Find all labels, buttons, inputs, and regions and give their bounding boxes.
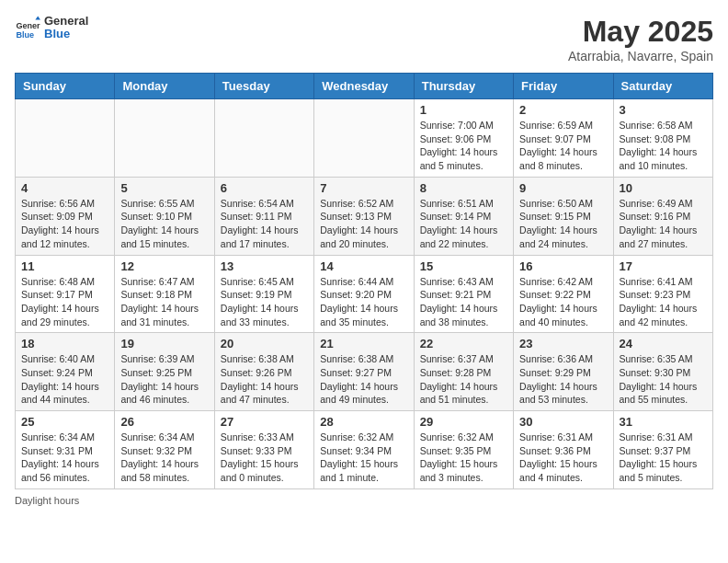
calendar-week-row: 25Sunrise: 6:34 AM Sunset: 9:31 PM Dayli… (16, 411, 713, 489)
calendar-cell: 24Sunrise: 6:35 AM Sunset: 9:30 PM Dayli… (613, 333, 712, 411)
day-number: 18 (21, 337, 108, 350)
calendar-week-row: 1Sunrise: 7:00 AM Sunset: 9:06 PM Daylig… (16, 99, 713, 178)
calendar-cell: 30Sunrise: 6:31 AM Sunset: 9:36 PM Dayli… (514, 411, 613, 489)
calendar-cell: 31Sunrise: 6:31 AM Sunset: 9:37 PM Dayli… (613, 411, 712, 489)
calendar-cell: 14Sunrise: 6:44 AM Sunset: 9:20 PM Dayli… (314, 255, 414, 333)
logo-blue: Blue (44, 28, 88, 40)
day-info: Sunrise: 6:34 AM Sunset: 9:31 PM Dayligh… (21, 431, 108, 485)
day-number: 7 (320, 181, 407, 195)
day-info: Sunrise: 6:52 AM Sunset: 9:13 PM Dayligh… (320, 197, 407, 251)
day-number: 10 (620, 181, 707, 195)
day-info: Sunrise: 6:55 AM Sunset: 9:10 PM Dayligh… (120, 197, 208, 251)
day-number: 19 (120, 337, 208, 350)
calendar-cell: 13Sunrise: 6:45 AM Sunset: 9:19 PM Dayli… (214, 255, 313, 333)
day-number: 14 (320, 259, 407, 273)
days-of-week-row: SundayMondayTuesdayWednesdayThursdayFrid… (16, 74, 713, 99)
calendar-cell: 20Sunrise: 6:38 AM Sunset: 9:26 PM Dayli… (214, 333, 313, 411)
day-info: Sunrise: 6:58 AM Sunset: 9:08 PM Dayligh… (620, 119, 707, 173)
day-info: Sunrise: 6:36 AM Sunset: 9:29 PM Dayligh… (519, 352, 607, 407)
day-number: 5 (120, 181, 208, 195)
day-info: Sunrise: 6:35 AM Sunset: 9:30 PM Dayligh… (620, 352, 707, 407)
calendar-cell: 16Sunrise: 6:42 AM Sunset: 9:22 PM Dayli… (514, 255, 613, 333)
footer-note: Daylight hours (15, 495, 713, 506)
day-number: 27 (221, 415, 308, 429)
calendar-cell: 7Sunrise: 6:52 AM Sunset: 9:13 PM Daylig… (314, 177, 414, 255)
calendar-cell: 21Sunrise: 6:38 AM Sunset: 9:27 PM Dayli… (314, 333, 414, 411)
day-number: 17 (620, 259, 707, 273)
day-info: Sunrise: 6:59 AM Sunset: 9:07 PM Dayligh… (519, 119, 607, 173)
day-number: 25 (21, 415, 108, 429)
logo: General Blue General Blue (15, 15, 88, 41)
calendar-cell: 17Sunrise: 6:41 AM Sunset: 9:23 PM Dayli… (613, 255, 712, 333)
day-info: Sunrise: 6:50 AM Sunset: 9:15 PM Dayligh… (519, 197, 607, 251)
calendar-cell (214, 99, 313, 178)
day-info: Sunrise: 6:48 AM Sunset: 9:17 PM Dayligh… (21, 275, 108, 329)
day-of-week-header: Friday (514, 74, 613, 99)
calendar-cell: 8Sunrise: 6:51 AM Sunset: 9:14 PM Daylig… (414, 177, 513, 255)
calendar-cell: 6Sunrise: 6:54 AM Sunset: 9:11 PM Daylig… (214, 177, 313, 255)
calendar-cell: 22Sunrise: 6:37 AM Sunset: 9:28 PM Dayli… (414, 333, 513, 411)
day-number: 9 (519, 181, 607, 195)
day-info: Sunrise: 6:38 AM Sunset: 9:26 PM Dayligh… (221, 352, 308, 407)
calendar-cell (314, 99, 414, 178)
calendar-cell: 26Sunrise: 6:34 AM Sunset: 9:32 PM Dayli… (115, 411, 214, 489)
svg-text:Blue: Blue (16, 30, 34, 40)
day-info: Sunrise: 6:39 AM Sunset: 9:25 PM Dayligh… (120, 352, 208, 407)
calendar-cell: 23Sunrise: 6:36 AM Sunset: 9:29 PM Dayli… (514, 333, 613, 411)
calendar-cell: 11Sunrise: 6:48 AM Sunset: 9:17 PM Dayli… (16, 255, 115, 333)
calendar-cell: 18Sunrise: 6:40 AM Sunset: 9:24 PM Dayli… (16, 333, 115, 411)
day-of-week-header: Thursday (414, 74, 513, 99)
day-info: Sunrise: 6:56 AM Sunset: 9:09 PM Dayligh… (21, 197, 108, 251)
calendar-body: 1Sunrise: 7:00 AM Sunset: 9:06 PM Daylig… (16, 99, 713, 489)
day-info: Sunrise: 6:32 AM Sunset: 9:34 PM Dayligh… (320, 431, 407, 485)
day-info: Sunrise: 6:40 AM Sunset: 9:24 PM Dayligh… (21, 352, 108, 407)
day-of-week-header: Saturday (613, 74, 712, 99)
day-info: Sunrise: 6:41 AM Sunset: 9:23 PM Dayligh… (620, 275, 707, 329)
day-info: Sunrise: 6:38 AM Sunset: 9:27 PM Dayligh… (320, 352, 407, 407)
calendar-week-row: 4Sunrise: 6:56 AM Sunset: 9:09 PM Daylig… (16, 177, 713, 255)
day-number: 6 (221, 181, 308, 195)
logo-general: General (44, 15, 88, 28)
calendar-cell: 15Sunrise: 6:43 AM Sunset: 9:21 PM Dayli… (414, 255, 513, 333)
day-of-week-header: Tuesday (214, 74, 313, 99)
day-info: Sunrise: 6:37 AM Sunset: 9:28 PM Dayligh… (420, 352, 507, 407)
day-info: Sunrise: 6:33 AM Sunset: 9:33 PM Dayligh… (221, 431, 308, 485)
calendar-cell: 9Sunrise: 6:50 AM Sunset: 9:15 PM Daylig… (514, 177, 613, 255)
day-number: 16 (519, 259, 607, 273)
day-info: Sunrise: 6:43 AM Sunset: 9:21 PM Dayligh… (420, 275, 507, 329)
day-number: 20 (221, 337, 308, 350)
day-info: Sunrise: 6:42 AM Sunset: 9:22 PM Dayligh… (519, 275, 607, 329)
calendar-cell: 1Sunrise: 7:00 AM Sunset: 9:06 PM Daylig… (414, 99, 513, 178)
day-number: 15 (420, 259, 507, 273)
location: Atarrabia, Navarre, Spain (568, 49, 713, 63)
day-info: Sunrise: 6:47 AM Sunset: 9:18 PM Dayligh… (120, 275, 208, 329)
title-area: May 2025 Atarrabia, Navarre, Spain (568, 15, 713, 63)
calendar-cell: 2Sunrise: 6:59 AM Sunset: 9:07 PM Daylig… (514, 99, 613, 178)
calendar-cell: 12Sunrise: 6:47 AM Sunset: 9:18 PM Dayli… (115, 255, 214, 333)
day-number: 21 (320, 337, 407, 350)
calendar: SundayMondayTuesdayWednesdayThursdayFrid… (15, 73, 713, 489)
svg-marker-2 (35, 17, 40, 20)
day-number: 31 (620, 415, 707, 429)
logo-icon: General Blue (15, 15, 40, 40)
calendar-cell: 4Sunrise: 6:56 AM Sunset: 9:09 PM Daylig… (16, 177, 115, 255)
day-info: Sunrise: 6:45 AM Sunset: 9:19 PM Dayligh… (221, 275, 308, 329)
day-info: Sunrise: 7:00 AM Sunset: 9:06 PM Dayligh… (420, 119, 507, 173)
day-number: 26 (120, 415, 208, 429)
day-info: Sunrise: 6:49 AM Sunset: 9:16 PM Dayligh… (620, 197, 707, 251)
day-number: 3 (620, 103, 707, 117)
day-number: 12 (120, 259, 208, 273)
day-info: Sunrise: 6:31 AM Sunset: 9:36 PM Dayligh… (519, 431, 607, 485)
day-info: Sunrise: 6:54 AM Sunset: 9:11 PM Dayligh… (221, 197, 308, 251)
day-number: 22 (420, 337, 507, 350)
day-number: 8 (420, 181, 507, 195)
day-info: Sunrise: 6:34 AM Sunset: 9:32 PM Dayligh… (120, 431, 208, 485)
day-number: 4 (21, 181, 108, 195)
calendar-week-row: 11Sunrise: 6:48 AM Sunset: 9:17 PM Dayli… (16, 255, 713, 333)
calendar-cell: 28Sunrise: 6:32 AM Sunset: 9:34 PM Dayli… (314, 411, 414, 489)
day-info: Sunrise: 6:31 AM Sunset: 9:37 PM Dayligh… (620, 431, 707, 485)
day-number: 2 (519, 103, 607, 117)
calendar-cell (115, 99, 214, 178)
day-number: 30 (519, 415, 607, 429)
day-number: 13 (221, 259, 308, 273)
